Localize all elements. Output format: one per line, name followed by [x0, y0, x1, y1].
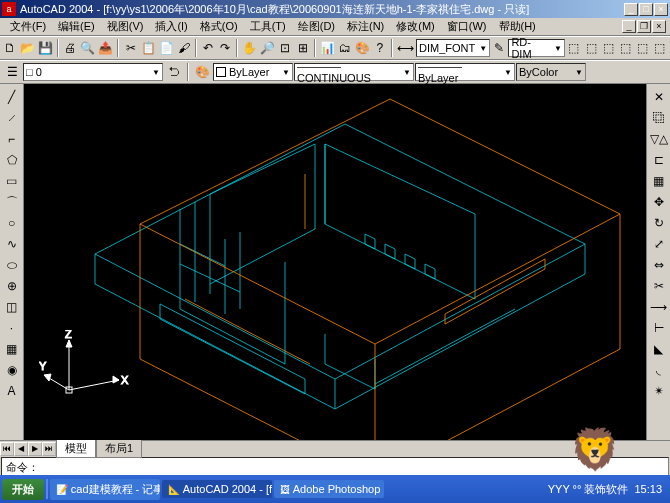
tab-next-icon[interactable]: ▶ [28, 442, 42, 456]
array-icon[interactable]: ▦ [649, 171, 669, 191]
doc-restore-button[interactable]: ❐ [637, 20, 651, 33]
tool-icon[interactable]: ⬚ [600, 38, 616, 58]
extend-icon[interactable]: ⟶ [649, 297, 669, 317]
doc-close-button[interactable]: × [652, 20, 666, 33]
tab-prev-icon[interactable]: ◀ [14, 442, 28, 456]
maximize-button[interactable]: □ [639, 3, 653, 16]
line-icon[interactable]: ╱ [2, 87, 22, 107]
dim-style-combo[interactable]: DIM_FONT▼ [416, 39, 490, 57]
hatch-icon[interactable]: ▦ [2, 339, 22, 359]
offset-icon[interactable]: ⊏ [649, 150, 669, 170]
tab-model[interactable]: 模型 [56, 439, 96, 458]
drawing-canvas[interactable]: X Y Z [24, 84, 646, 440]
command-prompt: 命令： [6, 461, 39, 473]
menu-tools[interactable]: 工具(T) [244, 18, 292, 35]
paste-icon[interactable]: 📄 [158, 38, 175, 58]
publish-icon[interactable]: 📤 [97, 38, 114, 58]
rotate-icon[interactable]: ↻ [649, 213, 669, 233]
xline-icon[interactable]: ⟋ [2, 108, 22, 128]
minimize-button[interactable]: _ [624, 3, 638, 16]
layer-prev-icon[interactable]: ⮌ [164, 62, 184, 82]
menu-edit[interactable]: 编辑(E) [52, 18, 101, 35]
system-tray[interactable]: YYY °° 装饰软件 15:13 [542, 482, 668, 497]
zoom-icon[interactable]: 🔎 [259, 38, 276, 58]
zoom-window-icon[interactable]: ⊡ [277, 38, 293, 58]
circle-icon[interactable]: ○ [2, 213, 22, 233]
plotstyle-combo[interactable]: ByColor▼ [516, 63, 586, 81]
designcenter-icon[interactable]: 🗂 [337, 38, 353, 58]
trim-icon[interactable]: ✂ [649, 276, 669, 296]
tool-icon[interactable]: ⬚ [566, 38, 582, 58]
toolpalette-icon[interactable]: 🎨 [354, 38, 371, 58]
rddim-combo[interactable]: RD-DIM▼ [508, 39, 564, 57]
rectangle-icon[interactable]: ▭ [2, 171, 22, 191]
start-button[interactable]: 开始 [2, 479, 44, 500]
layer-manager-icon[interactable]: ☰ [2, 62, 22, 82]
menu-format[interactable]: 格式(O) [194, 18, 244, 35]
menu-window[interactable]: 窗口(W) [441, 18, 493, 35]
help-icon[interactable]: ? [372, 38, 388, 58]
dim-edit-icon[interactable]: ✎ [491, 38, 507, 58]
tab-first-icon[interactable]: ⏮ [0, 442, 14, 456]
dim-linear-icon[interactable]: ⟷ [396, 38, 415, 58]
doc-minimize-button[interactable]: _ [622, 20, 636, 33]
color-icon[interactable]: 🎨 [192, 62, 212, 82]
chamfer-icon[interactable]: ◣ [649, 339, 669, 359]
preview-icon[interactable]: 🔍 [79, 38, 96, 58]
linetype-combo[interactable]: ———— CONTINUOUS▼ [294, 63, 414, 81]
erase-icon[interactable]: ✕ [649, 87, 669, 107]
insert-icon[interactable]: ⊕ [2, 276, 22, 296]
color-combo[interactable]: ByLayer▼ [213, 63, 293, 81]
copy-obj-icon[interactable]: ⿻ [649, 108, 669, 128]
break-icon[interactable]: ⊢ [649, 318, 669, 338]
arc-icon[interactable]: ⌒ [2, 192, 22, 212]
fillet-icon[interactable]: ◟ [649, 360, 669, 380]
stretch-icon[interactable]: ⇔ [649, 255, 669, 275]
block-icon[interactable]: ◫ [2, 297, 22, 317]
region-icon[interactable]: ◉ [2, 360, 22, 380]
new-icon[interactable]: 🗋 [2, 38, 18, 58]
task-photoshop[interactable]: 🖼 Adobe Photoshop [274, 480, 384, 498]
explode-icon[interactable]: ✴ [649, 381, 669, 401]
tab-layout1[interactable]: 布局1 [96, 439, 142, 458]
copy-icon[interactable]: 📋 [140, 38, 157, 58]
task-notepad[interactable]: 📝 cad建模教程 - 记事本 [50, 479, 160, 500]
menu-insert[interactable]: 插入(I) [149, 18, 193, 35]
close-button[interactable]: × [654, 3, 668, 16]
point-icon[interactable]: · [2, 318, 22, 338]
menu-view[interactable]: 视图(V) [101, 18, 150, 35]
ellipse-icon[interactable]: ⬭ [2, 255, 22, 275]
scale-icon[interactable]: ⤢ [649, 234, 669, 254]
zoom-prev-icon[interactable]: ⊞ [294, 38, 310, 58]
redo-icon[interactable]: ↷ [217, 38, 233, 58]
menu-draw[interactable]: 绘图(D) [292, 18, 341, 35]
command-line[interactable]: 命令： [1, 457, 669, 477]
properties-icon[interactable]: 📊 [319, 38, 336, 58]
print-icon[interactable]: 🖨 [62, 38, 78, 58]
menu-dimension[interactable]: 标注(N) [341, 18, 390, 35]
menu-help[interactable]: 帮助(H) [493, 18, 542, 35]
save-icon[interactable]: 💾 [37, 38, 54, 58]
menu-modify[interactable]: 修改(M) [390, 18, 441, 35]
move-icon[interactable]: ✥ [649, 192, 669, 212]
mirror-icon[interactable]: ▽△ [649, 129, 669, 149]
menu-file[interactable]: 文件(F) [4, 18, 52, 35]
text-icon[interactable]: A [2, 381, 22, 401]
pan-icon[interactable]: ✋ [241, 38, 258, 58]
tool-icon[interactable]: ⬚ [635, 38, 651, 58]
tool-icon[interactable]: ⬚ [652, 38, 668, 58]
match-icon[interactable]: 🖌 [176, 38, 192, 58]
cut-icon[interactable]: ✂ [122, 38, 138, 58]
tool-icon[interactable]: ⬚ [617, 38, 633, 58]
pline-icon[interactable]: ⌐ [2, 129, 22, 149]
undo-icon[interactable]: ↶ [200, 38, 216, 58]
spline-icon[interactable]: ∿ [2, 234, 22, 254]
layer-combo[interactable]: □ 0▼ [23, 63, 163, 81]
task-autocad[interactable]: 📐 AutoCAD 2004 - [f:\... [162, 480, 272, 498]
tool-icon[interactable]: ⬚ [583, 38, 599, 58]
open-icon[interactable]: 📂 [19, 38, 36, 58]
desktop-assistant-icon[interactable]: 🦁 [570, 426, 620, 473]
tab-last-icon[interactable]: ⏭ [42, 442, 56, 456]
polygon-icon[interactable]: ⬠ [2, 150, 22, 170]
lineweight-combo[interactable]: ———— ByLayer▼ [415, 63, 515, 81]
